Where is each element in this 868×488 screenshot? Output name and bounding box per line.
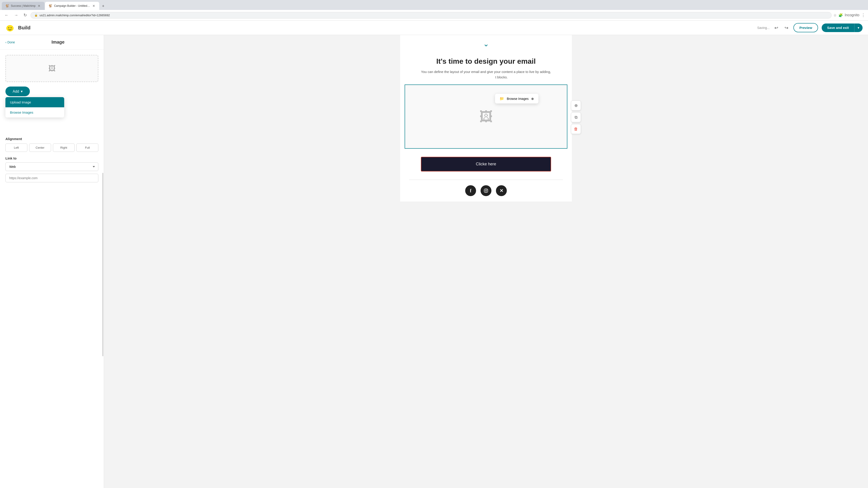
cta-section: Clicke here — [400, 149, 572, 180]
panel-scrollbar-thumb[interactable] — [102, 173, 103, 357]
email-heading: It's time to design your email — [409, 57, 563, 66]
panel-header: ‹ Done Image — [0, 35, 104, 50]
browse-images-label: Browse Images — [507, 97, 528, 101]
alignment-buttons: Left Center Right Full — [5, 143, 98, 152]
twitter-x-icon[interactable]: ✕ — [496, 185, 507, 196]
add-dropdown-menu: Upload Image Browse Images — [5, 97, 64, 118]
done-label: Done — [7, 40, 15, 44]
browser-tab-1[interactable]: 🐒 Success | Mailchimp ✕ — [2, 2, 44, 10]
image-block-placeholder-icon: 🖼 — [479, 109, 493, 125]
done-back-button[interactable]: ‹ Done — [5, 40, 15, 44]
facebook-icon[interactable]: f — [465, 185, 476, 196]
move-tool-button[interactable]: ⊕ — [571, 101, 581, 110]
canvas-tools: ⊕ ⧉ 🗑 — [571, 101, 581, 134]
save-exit-dropdown-button[interactable]: ▾ — [854, 24, 863, 32]
cta-button[interactable]: Clicke here — [421, 157, 551, 171]
add-dropdown-arrow: ▾ — [21, 89, 23, 94]
align-left-button[interactable]: Left — [5, 143, 27, 152]
email-header-section: ⌄ — [400, 35, 572, 53]
new-tab-button[interactable]: + — [100, 2, 107, 10]
browser-tab-2[interactable]: 🐒 Campaign Builder - Untitled | M... ✕ — [45, 2, 99, 10]
link-url-input[interactable] — [5, 174, 98, 182]
browse-images-folder-icon: 📁 — [500, 96, 504, 101]
link-label: Link to — [5, 156, 98, 160]
browse-images-popover: 📁 Browse Images ⊕ — [495, 94, 538, 103]
browse-images-option[interactable]: Browse Images — [5, 107, 64, 118]
app-header: Build Saving... ↩ ↪ Preview Save and exi… — [0, 21, 868, 35]
svg-point-5 — [487, 189, 487, 190]
svg-point-4 — [485, 190, 487, 192]
mailchimp-logo — [5, 23, 14, 32]
save-exit-group: Save and exit ▾ — [822, 24, 863, 32]
panel-body: 🖼 Add ▾ Upload Image Browse Images Align… — [0, 50, 104, 188]
tab-favicon-1: 🐒 — [5, 4, 9, 8]
link-section: Link to Web Email Phone File — [5, 156, 98, 182]
app-title: Build — [18, 25, 31, 31]
address-bar[interactable]: 🔒 us21.admin.mailchimp.com/email/editor?… — [31, 12, 832, 19]
svg-point-1 — [8, 27, 9, 28]
saving-status: Saving... — [757, 26, 770, 30]
align-center-button[interactable]: Center — [29, 143, 51, 152]
chevron-down-icon: ⌄ — [483, 40, 489, 48]
address-url: us21.admin.mailchimp.com/email/editor?id… — [39, 13, 110, 17]
copy-tool-button[interactable]: ⧉ — [571, 112, 581, 122]
back-arrow-icon: ‹ — [5, 40, 6, 44]
tab-favicon-2: 🐒 — [49, 4, 52, 8]
undo-button[interactable]: ↩ — [773, 24, 780, 32]
browser-toolbar: ← → ↻ 🔒 us21.admin.mailchimp.com/email/e… — [0, 10, 868, 21]
canvas-area: ⌄ It's time to design your email You can… — [104, 35, 868, 488]
social-icons-row: f ✕ — [400, 180, 572, 201]
email-hero: It's time to design your email You can d… — [400, 53, 572, 85]
menu-icon[interactable]: ⋮ — [861, 13, 865, 18]
add-label: Add — [13, 90, 19, 94]
svg-point-2 — [11, 27, 11, 28]
panel-scrollbar-track — [102, 35, 104, 488]
browser-chrome: 🐒 Success | Mailchimp ✕ 🐒 Campaign Build… — [0, 0, 868, 21]
profile-icon[interactable]: Incognito — [845, 13, 860, 17]
preview-button[interactable]: Preview — [794, 23, 818, 32]
email-canvas: ⌄ It's time to design your email You can… — [400, 35, 572, 201]
alignment-section: Alignment Left Center Right Full — [5, 137, 98, 152]
browser-tabs: 🐒 Success | Mailchimp ✕ 🐒 Campaign Build… — [0, 0, 868, 10]
add-button-container: Add ▾ Upload Image Browse Images — [5, 87, 30, 96]
image-block-container[interactable]: 🖼 — [405, 85, 567, 149]
forward-button[interactable]: → — [12, 12, 20, 19]
left-panel: ‹ Done Image 🖼 Add ▾ Upload Image Browse… — [0, 35, 104, 488]
alignment-label: Alignment — [5, 137, 98, 141]
align-right-button[interactable]: Right — [53, 143, 75, 152]
email-subtext: You can define the layout of your email … — [409, 69, 563, 80]
redo-button[interactable]: ↪ — [783, 24, 790, 32]
link-type-select[interactable]: Web Email Phone File — [5, 162, 98, 171]
add-image-button[interactable]: Add ▾ — [5, 87, 30, 96]
save-exit-button[interactable]: Save and exit — [822, 24, 854, 32]
delete-tool-button[interactable]: 🗑 — [571, 124, 581, 134]
image-block: 🖼 — [405, 85, 567, 148]
tab-close-2[interactable]: ✕ — [92, 4, 96, 8]
main-content: ‹ Done Image 🖼 Add ▾ Upload Image Browse… — [0, 35, 868, 488]
back-button[interactable]: ← — [3, 12, 10, 19]
align-full-button[interactable]: Full — [76, 143, 98, 152]
extensions-icon[interactable]: 🧩 — [838, 13, 843, 18]
placeholder-image-icon: 🖼 — [49, 64, 56, 73]
image-placeholder: 🖼 — [5, 55, 98, 82]
tab-close-1[interactable]: ✕ — [37, 4, 41, 8]
upload-image-option[interactable]: Upload Image — [5, 97, 64, 107]
svg-point-0 — [6, 25, 13, 31]
lock-icon: 🔒 — [34, 13, 38, 17]
panel-title: Image — [52, 39, 65, 45]
tab-title-1: Success | Mailchimp — [11, 4, 35, 7]
star-icon[interactable]: ☆ — [833, 13, 837, 18]
instagram-icon[interactable] — [480, 185, 491, 196]
crosshair-icon: ⊕ — [531, 97, 534, 101]
tab-title-2: Campaign Builder - Untitled | M... — [54, 4, 90, 7]
reload-button[interactable]: ↻ — [22, 12, 29, 19]
